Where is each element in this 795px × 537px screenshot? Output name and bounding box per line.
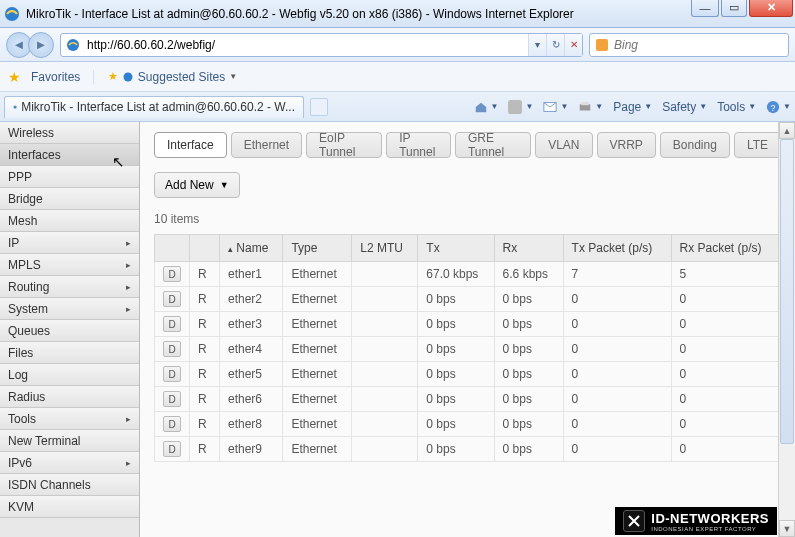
sidebar-item-mpls[interactable]: MPLS▸ bbox=[0, 254, 139, 276]
cell-name[interactable]: ether1 bbox=[220, 262, 283, 287]
sidebar-item-kvm[interactable]: KVM bbox=[0, 496, 139, 518]
table-row[interactable]: DRether1Ethernet67.0 kbps6.6 kbps75 bbox=[155, 262, 781, 287]
col-type[interactable]: Type bbox=[283, 235, 352, 262]
cell-type: Ethernet bbox=[283, 287, 352, 312]
tab-ethernet[interactable]: Ethernet bbox=[231, 132, 302, 158]
tab-vlan[interactable]: VLAN bbox=[535, 132, 592, 158]
sidebar-item-files[interactable]: Files bbox=[0, 342, 139, 364]
col-flag[interactable] bbox=[190, 235, 220, 262]
sidebar-item-wireless[interactable]: Wireless bbox=[0, 122, 139, 144]
forward-button[interactable]: ► bbox=[28, 32, 54, 58]
print-button[interactable]: ▼ bbox=[578, 100, 603, 114]
disable-button[interactable]: D bbox=[163, 316, 181, 332]
disable-button[interactable]: D bbox=[163, 391, 181, 407]
address-input[interactable] bbox=[85, 35, 528, 55]
sidebar-item-ip[interactable]: IP▸ bbox=[0, 232, 139, 254]
disable-button[interactable]: D bbox=[163, 416, 181, 432]
sidebar: WirelessInterfacesPPPBridgeMeshIP▸MPLS▸R… bbox=[0, 122, 140, 537]
cell-rxp: 0 bbox=[671, 337, 780, 362]
cell-name[interactable]: ether3 bbox=[220, 312, 283, 337]
sidebar-item-routing[interactable]: Routing▸ bbox=[0, 276, 139, 298]
sidebar-item-radius[interactable]: Radius bbox=[0, 386, 139, 408]
search-box[interactable] bbox=[589, 33, 789, 57]
minimize-button[interactable]: — bbox=[691, 0, 719, 17]
cell-name[interactable]: ether4 bbox=[220, 337, 283, 362]
help-button[interactable]: ?▼ bbox=[766, 100, 791, 114]
tab-interface[interactable]: Interface bbox=[154, 132, 227, 158]
cell-type: Ethernet bbox=[283, 262, 352, 287]
new-tab-button[interactable] bbox=[310, 98, 328, 116]
sidebar-item-isdn-channels[interactable]: ISDN Channels bbox=[0, 474, 139, 496]
tab-bonding[interactable]: Bonding bbox=[660, 132, 730, 158]
sidebar-item-system[interactable]: System▸ bbox=[0, 298, 139, 320]
tab-lte[interactable]: LTE bbox=[734, 132, 781, 158]
sidebar-item-log[interactable]: Log bbox=[0, 364, 139, 386]
tab-eoip-tunnel[interactable]: EoIP Tunnel bbox=[306, 132, 382, 158]
stop-button[interactable]: ✕ bbox=[564, 34, 582, 56]
cell-l2mtu bbox=[352, 437, 418, 462]
col-tx[interactable]: Tx bbox=[418, 235, 494, 262]
tab-vrrp[interactable]: VRRP bbox=[597, 132, 656, 158]
cell-name[interactable]: ether2 bbox=[220, 287, 283, 312]
maximize-button[interactable]: ▭ bbox=[721, 0, 747, 17]
sidebar-item-ipv6[interactable]: IPv6▸ bbox=[0, 452, 139, 474]
table-row[interactable]: DRether2Ethernet0 bps0 bps00 bbox=[155, 287, 781, 312]
disable-button[interactable]: D bbox=[163, 341, 181, 357]
col-rx[interactable]: Rx bbox=[494, 235, 563, 262]
cell-name[interactable]: ether5 bbox=[220, 362, 283, 387]
add-new-button[interactable]: Add New ▼ bbox=[154, 172, 240, 198]
home-button[interactable]: ▼ bbox=[474, 100, 499, 114]
table-row[interactable]: DRether8Ethernet0 bps0 bps00 bbox=[155, 412, 781, 437]
tab-ip-tunnel[interactable]: IP Tunnel bbox=[386, 132, 451, 158]
sidebar-item-bridge[interactable]: Bridge bbox=[0, 188, 139, 210]
vertical-scrollbar[interactable]: ▲ ▼ bbox=[778, 122, 795, 537]
col-name[interactable]: ▴ Name bbox=[220, 235, 283, 262]
sidebar-item-tools[interactable]: Tools▸ bbox=[0, 408, 139, 430]
scroll-down-button[interactable]: ▼ bbox=[779, 520, 795, 537]
col-txp[interactable]: Tx Packet (p/s) bbox=[563, 235, 671, 262]
search-input[interactable] bbox=[614, 38, 788, 52]
scroll-thumb[interactable] bbox=[780, 139, 794, 444]
cell-name[interactable]: ether9 bbox=[220, 437, 283, 462]
sidebar-item-mesh[interactable]: Mesh bbox=[0, 210, 139, 232]
suggested-sites[interactable]: ★ Suggested Sites ▼ bbox=[108, 70, 237, 84]
disable-button[interactable]: D bbox=[163, 266, 181, 282]
sidebar-item-label: Mesh bbox=[8, 214, 37, 228]
feeds-button[interactable]: ▼ bbox=[508, 100, 533, 114]
mail-button[interactable]: ▼ bbox=[543, 100, 568, 114]
nav-row: ◄ ► ▾ ↻ ✕ bbox=[0, 28, 795, 62]
table-row[interactable]: DRether9Ethernet0 bps0 bps00 bbox=[155, 437, 781, 462]
sidebar-item-interfaces[interactable]: Interfaces bbox=[0, 144, 139, 166]
cell-l2mtu bbox=[352, 287, 418, 312]
col-rxp[interactable]: Rx Packet (p/s) bbox=[671, 235, 780, 262]
table-row[interactable]: DRether3Ethernet0 bps0 bps00 bbox=[155, 312, 781, 337]
favorites-label[interactable]: Favorites bbox=[31, 70, 80, 84]
table-row[interactable]: DRether5Ethernet0 bps0 bps00 bbox=[155, 362, 781, 387]
sidebar-item-new-terminal[interactable]: New Terminal bbox=[0, 430, 139, 452]
page-menu[interactable]: Page▼ bbox=[613, 100, 652, 114]
address-bar[interactable]: ▾ ↻ ✕ bbox=[60, 33, 583, 57]
address-dropdown[interactable]: ▾ bbox=[528, 34, 546, 56]
scroll-track[interactable] bbox=[779, 139, 795, 520]
cell-tx: 0 bps bbox=[418, 387, 494, 412]
cell-name[interactable]: ether6 bbox=[220, 387, 283, 412]
table-row[interactable]: DRether6Ethernet0 bps0 bps00 bbox=[155, 387, 781, 412]
col-l2mtu[interactable]: L2 MTU bbox=[352, 235, 418, 262]
close-button[interactable]: ✕ bbox=[749, 0, 793, 17]
svg-rect-8 bbox=[582, 101, 589, 105]
tab-gre-tunnel[interactable]: GRE Tunnel bbox=[455, 132, 531, 158]
cell-rx: 0 bps bbox=[494, 337, 563, 362]
table-row[interactable]: DRether4Ethernet0 bps0 bps00 bbox=[155, 337, 781, 362]
cell-name[interactable]: ether8 bbox=[220, 412, 283, 437]
disable-button[interactable]: D bbox=[163, 366, 181, 382]
disable-button[interactable]: D bbox=[163, 441, 181, 457]
disable-button[interactable]: D bbox=[163, 291, 181, 307]
refresh-button[interactable]: ↻ bbox=[546, 34, 564, 56]
col-disable[interactable] bbox=[155, 235, 190, 262]
sidebar-item-queues[interactable]: Queues bbox=[0, 320, 139, 342]
sidebar-item-ppp[interactable]: PPP bbox=[0, 166, 139, 188]
safety-menu[interactable]: Safety▼ bbox=[662, 100, 707, 114]
scroll-up-button[interactable]: ▲ bbox=[779, 122, 795, 139]
browser-tab[interactable]: MikroTik - Interface List at admin@60.60… bbox=[4, 96, 304, 118]
tools-menu[interactable]: Tools▼ bbox=[717, 100, 756, 114]
